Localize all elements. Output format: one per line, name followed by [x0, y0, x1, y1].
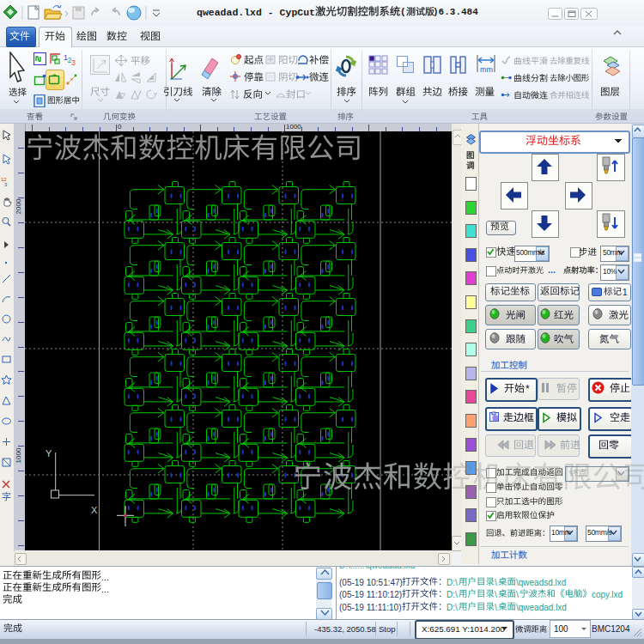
- svg-text:3: 3: [4, 182, 8, 187]
- svg-text:Y: Y: [46, 448, 52, 459]
- svg-text:mm: mm: [480, 65, 493, 74]
- svg-text:3: 3: [71, 58, 76, 66]
- svg-text:X: X: [91, 505, 98, 515]
